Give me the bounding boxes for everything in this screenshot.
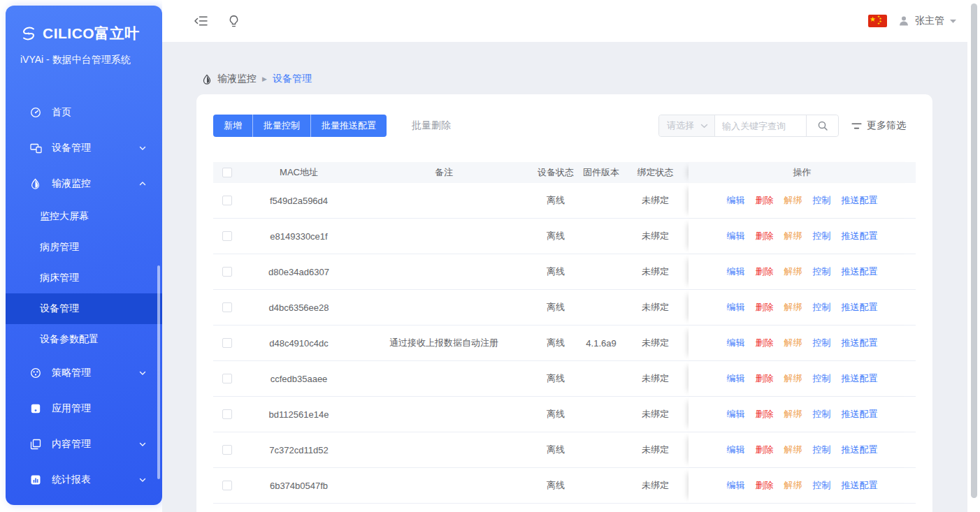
toolbar: 新增 批量控制 批量推送配置 批量删除 请选择: [213, 115, 916, 137]
row-checkbox[interactable]: [222, 338, 232, 348]
action-delete[interactable]: 删除: [756, 194, 774, 207]
sidebar-subitem[interactable]: 病房管理: [6, 232, 162, 263]
action-control[interactable]: 控制: [813, 372, 831, 385]
sidebar-subitem[interactable]: 设备管理: [6, 293, 162, 324]
action-unbind[interactable]: 解绑: [784, 301, 802, 314]
action-unbind[interactable]: 解绑: [784, 337, 802, 349]
page-scrollbar[interactable]: [971, 3, 977, 498]
collapse-sidebar-icon[interactable]: [194, 15, 208, 27]
action-push-config[interactable]: 推送配置: [842, 265, 878, 278]
table-row: f549d2a596d4离线未绑定编辑删除解绑控制推送配置: [213, 183, 916, 219]
mac-cell: d48c4910c4dc: [241, 338, 356, 349]
sidebar-subitem[interactable]: 设备参数配置: [6, 324, 162, 355]
batch-delete-button[interactable]: 批量删除: [412, 119, 451, 132]
action-edit[interactable]: 编辑: [727, 479, 745, 492]
row-checkbox[interactable]: [222, 481, 232, 490]
action-delete[interactable]: 删除: [756, 301, 774, 314]
action-delete[interactable]: 删除: [756, 479, 774, 492]
action-push-config[interactable]: 推送配置: [842, 194, 878, 207]
action-edit[interactable]: 编辑: [727, 372, 745, 385]
sidebar-item-content[interactable]: 内容管理: [6, 426, 162, 462]
breadcrumb-current[interactable]: 设备管理: [273, 73, 312, 85]
action-control[interactable]: 控制: [813, 265, 831, 278]
sidebar-item-strategy[interactable]: 策略管理: [6, 355, 162, 390]
action-edit[interactable]: 编辑: [727, 444, 745, 456]
action-unbind[interactable]: 解绑: [784, 194, 802, 207]
action-push-config[interactable]: 推送配置: [842, 408, 878, 420]
action-edit[interactable]: 编辑: [727, 194, 745, 207]
action-cell: 编辑删除解绑控制推送配置: [689, 290, 916, 325]
table-row: d48c4910c4dc通过接收上报数据自动注册离线4.1.6a9未绑定编辑删除…: [213, 326, 916, 361]
search-button[interactable]: [806, 115, 838, 136]
keyword-search-input[interactable]: [715, 115, 806, 136]
sidebar-item-infusion-monitor[interactable]: 输液监控: [6, 166, 162, 201]
row-checkbox[interactable]: [222, 302, 232, 312]
row-checkbox[interactable]: [222, 445, 232, 455]
action-edit[interactable]: 编辑: [727, 408, 745, 420]
row-checkbox[interactable]: [222, 409, 232, 419]
sidebar-item-label: 应用管理: [52, 402, 91, 415]
china-flag-icon[interactable]: ★ ★ ★ ★ ★: [868, 15, 887, 27]
sidebar-subitem[interactable]: 监控大屏幕: [6, 201, 162, 232]
mac-cell: bd112561e14e: [241, 409, 356, 420]
user-menu[interactable]: 张主管: [898, 15, 956, 27]
cilico-swirl-icon: [20, 24, 38, 43]
device-table-card: 新增 批量控制 批量推送配置 批量删除 请选择: [196, 94, 932, 512]
action-unbind[interactable]: 解绑: [784, 265, 802, 278]
row-checkbox[interactable]: [222, 267, 232, 277]
action-delete[interactable]: 删除: [756, 230, 774, 242]
search-group: 请选择: [658, 115, 839, 137]
action-control[interactable]: 控制: [813, 408, 831, 420]
lightbulb-icon[interactable]: [229, 15, 239, 28]
action-push-config[interactable]: 推送配置: [842, 372, 878, 385]
batch-control-button[interactable]: 批量控制: [252, 115, 310, 137]
action-push-config[interactable]: 推送配置: [842, 230, 878, 242]
action-push-config[interactable]: 推送配置: [842, 337, 878, 349]
action-unbind[interactable]: 解绑: [784, 479, 802, 492]
action-edit[interactable]: 编辑: [727, 265, 745, 278]
action-cell: 编辑删除解绑控制推送配置: [689, 326, 916, 360]
action-control[interactable]: 控制: [813, 337, 831, 349]
action-cell: 编辑删除解绑控制推送配置: [689, 361, 916, 396]
bind-status-cell: 未绑定: [622, 337, 689, 349]
action-edit[interactable]: 编辑: [727, 230, 745, 242]
batch-push-config-button[interactable]: 批量推送配置: [310, 115, 387, 137]
action-delete[interactable]: 删除: [756, 444, 774, 456]
action-control[interactable]: 控制: [813, 194, 831, 207]
action-control[interactable]: 控制: [813, 444, 831, 456]
sidebar-item-device-mgmt[interactable]: 设备管理: [6, 130, 162, 166]
sidebar-item-reports[interactable]: 统计报表: [6, 462, 162, 497]
bind-status-cell: 未绑定: [622, 408, 689, 420]
sidebar-scrollbar[interactable]: [157, 265, 160, 479]
action-unbind[interactable]: 解绑: [784, 230, 802, 242]
action-edit[interactable]: 编辑: [727, 301, 745, 314]
action-cell: 编辑删除解绑控制推送配置: [689, 183, 916, 218]
filter-select[interactable]: 请选择: [659, 115, 715, 136]
action-control[interactable]: 控制: [813, 230, 831, 242]
select-all-checkbox[interactable]: [222, 168, 232, 177]
sidebar-item-apps[interactable]: 应用管理: [6, 390, 162, 426]
action-edit[interactable]: 编辑: [727, 337, 745, 349]
status-cell: 离线: [531, 301, 580, 314]
sidebar-item-home[interactable]: 首页: [6, 94, 162, 130]
row-checkbox[interactable]: [222, 374, 232, 383]
content-area: 输液监控 ▶ 设备管理 新增 批量控制 批量推送配置 批量删除 请选择: [162, 42, 967, 512]
sidebar-subitem[interactable]: 病床管理: [6, 263, 162, 293]
action-delete[interactable]: 删除: [756, 337, 774, 349]
action-delete[interactable]: 删除: [756, 372, 774, 385]
action-control[interactable]: 控制: [813, 479, 831, 492]
action-delete[interactable]: 删除: [756, 265, 774, 278]
dashboard-icon: [30, 107, 43, 118]
action-push-config[interactable]: 推送配置: [842, 301, 878, 314]
action-push-config[interactable]: 推送配置: [842, 444, 878, 456]
action-control[interactable]: 控制: [813, 301, 831, 314]
row-checkbox[interactable]: [222, 196, 232, 205]
action-unbind[interactable]: 解绑: [784, 372, 802, 385]
action-push-config[interactable]: 推送配置: [842, 479, 878, 492]
action-unbind[interactable]: 解绑: [784, 408, 802, 420]
row-checkbox[interactable]: [222, 231, 232, 241]
action-unbind[interactable]: 解绑: [784, 444, 802, 456]
action-delete[interactable]: 删除: [756, 408, 774, 420]
more-filter-button[interactable]: 更多筛选: [851, 119, 906, 132]
add-button[interactable]: 新增: [213, 115, 252, 137]
